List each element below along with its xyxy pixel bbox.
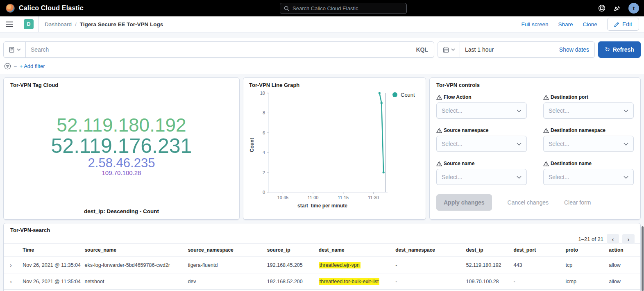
field-label: Source name (436, 161, 527, 166)
tag-cloud-term[interactable]: 2.58.46.235 (88, 157, 155, 170)
cell-dest_ip: 52.119.180.192 (463, 257, 510, 273)
full-screen-link[interactable]: Full screen (522, 21, 549, 27)
controls-panel: Tor-VPN controls Flow ActionSelect...Des… (429, 77, 641, 220)
expand-row-icon[interactable]: › (4, 273, 19, 290)
share-link[interactable]: Share (558, 21, 573, 27)
column-header-source_name: source_name (81, 243, 184, 257)
tag-cloud-term[interactable]: 109.70.100.28 (102, 170, 141, 176)
cell-source_namespace: tigera-fluentd (184, 257, 263, 273)
cell-source_ip: 192.168.45.205 (264, 257, 315, 273)
header-actions: t (598, 0, 639, 16)
add-filter-link[interactable]: + Add filter (20, 63, 45, 69)
cell-proto: tcp (562, 257, 605, 273)
cell-source_name: netshoot (81, 290, 184, 291)
table-row: ›Nov 26, 2021 @ 11:35:04.000eks-log-forw… (4, 257, 640, 273)
legend-item-count[interactable]: Count (392, 91, 415, 98)
cell-action: allow (605, 257, 640, 273)
breadcrumb: Dashboard / Tigera Secure EE Tor-VPN Log… (45, 21, 163, 27)
select-input[interactable]: Select... (436, 169, 527, 185)
warning-icon (436, 161, 442, 166)
help-icon[interactable] (598, 5, 605, 12)
chevron-down-icon (624, 143, 628, 146)
refresh-button[interactable]: ↻ Refresh (598, 41, 641, 58)
cell-dest_ip: 109.70.100.28 (463, 290, 510, 291)
menu-icon[interactable] (0, 16, 19, 32)
cell-source_ip: 192.168.52.200 (264, 273, 315, 290)
warning-icon (543, 95, 549, 100)
user-avatar[interactable]: t (628, 3, 639, 14)
show-dates-link[interactable]: Show dates (559, 46, 594, 53)
cell-dest_namespace: - (392, 257, 463, 273)
vertical-scrollbar[interactable] (642, 226, 644, 291)
panels-row: Tor-VPN Tag Cloud 52.119.180.19252.119.1… (3, 77, 641, 220)
dashboard-app-badge[interactable]: D (19, 16, 39, 32)
app-title: Calico Cloud Elastic (19, 5, 84, 12)
panel-title: Tor-VPN Line Graph (249, 82, 420, 88)
select-input[interactable]: Select... (543, 136, 634, 152)
svg-text:4: 4 (263, 150, 265, 155)
nav-left: D Dashboard / Tigera Secure EE Tor-VPN L… (0, 16, 163, 32)
search-placeholder: Search (26, 46, 416, 53)
expand-row-icon[interactable]: › (4, 290, 19, 291)
cell-source_name: netshoot (81, 273, 184, 290)
breadcrumb-current: Tigera Secure EE Tor-VPN Logs (80, 21, 163, 27)
saved-query-menu-button[interactable] (4, 42, 26, 57)
y-axis-label: Count (249, 90, 255, 200)
warning-icon (543, 161, 549, 166)
cell-time: Nov 26, 2021 @ 11:34:54.000 (19, 290, 81, 291)
tag-cloud-term[interactable]: 52.119.176.231 (51, 135, 192, 157)
cell-dest_ip: 109.70.100.28 (463, 273, 510, 290)
legend-dot-icon (392, 92, 397, 97)
newsfeed-icon[interactable] (613, 5, 621, 12)
kql-search-input[interactable]: Search KQL (3, 41, 434, 58)
cell-dest_port: - (510, 273, 562, 290)
panel-title: Tor-VPN controls (436, 82, 634, 88)
prev-page-icon[interactable]: ‹ (607, 234, 619, 244)
tag-cloud: 52.119.180.19252.119.176.2312.58.46.2351… (4, 95, 239, 196)
filter-bar: – + Add filter (3, 63, 641, 70)
field-label: Destination name (543, 161, 634, 166)
chevron-down-icon (517, 143, 522, 146)
select-input[interactable]: Select... (436, 136, 527, 152)
apply-changes-button[interactable]: Apply changes (436, 194, 492, 211)
svg-text:0: 0 (263, 190, 265, 195)
clone-link[interactable]: Clone (583, 21, 597, 27)
control-field: Destination namespaceSelect... (543, 127, 634, 152)
panel-title: Tor-VPN Tag Cloud (10, 82, 233, 88)
pagination-range: 1–21 of 21 (578, 236, 603, 242)
line-chart: Count 024681010:4511:0011:1511:30 start_… (249, 90, 420, 209)
expand-row-icon[interactable]: › (4, 257, 19, 273)
chevron-down-icon (517, 109, 522, 112)
cell-time: Nov 26, 2021 @ 11:35:04.000 (19, 273, 81, 290)
chevron-down-icon (624, 176, 628, 179)
edit-button[interactable]: Edit (607, 18, 639, 31)
kql-language-button[interactable]: KQL (416, 46, 434, 53)
cell-dest_name: threatfeed.ejr-vpn (315, 257, 392, 273)
cell-dest_port: - (510, 290, 562, 291)
table-row: ›Nov 26, 2021 @ 11:34:54.000netshootdev1… (4, 290, 640, 291)
date-quick-menu-button[interactable] (438, 42, 460, 57)
cell-source_namespace: dev (184, 273, 263, 290)
next-page-icon[interactable]: › (622, 234, 635, 244)
column-header-action: action (605, 243, 640, 257)
cancel-changes-button[interactable]: Cancel changes (508, 199, 549, 206)
select-input[interactable]: Select... (436, 102, 527, 119)
chevron-down-icon (624, 109, 628, 112)
filter-set-icon[interactable] (4, 63, 11, 70)
select-input[interactable]: Select... (543, 102, 634, 119)
cell-proto: icmp (562, 273, 605, 290)
time-range-value[interactable]: Last 1 hour (460, 46, 559, 53)
breadcrumb-dashboard[interactable]: Dashboard (45, 21, 72, 27)
highlighted-value: threatfeed.tor-bulk-exit-list (319, 278, 380, 285)
search-table-panel: Tor-VPN-search 1–21 of 21 ‹ › Timesource… (3, 223, 641, 291)
select-input[interactable]: Select... (543, 169, 634, 185)
global-search-input[interactable]: Search Calico Cloud Elastic (280, 3, 407, 14)
clear-form-button[interactable]: Clear form (564, 199, 591, 206)
tag-cloud-caption: dest_ip: Descending - Count (4, 208, 239, 214)
table-row: ›Nov 26, 2021 @ 11:35:04.000netshootdev1… (4, 273, 640, 290)
tag-cloud-term[interactable]: 52.119.180.192 (57, 116, 186, 135)
field-label: Destination port (543, 94, 634, 100)
cell-dest_namespace: - (392, 273, 463, 290)
breadcrumb-separator: / (75, 21, 77, 27)
date-picker: Last 1 hour Show dates (438, 41, 595, 58)
